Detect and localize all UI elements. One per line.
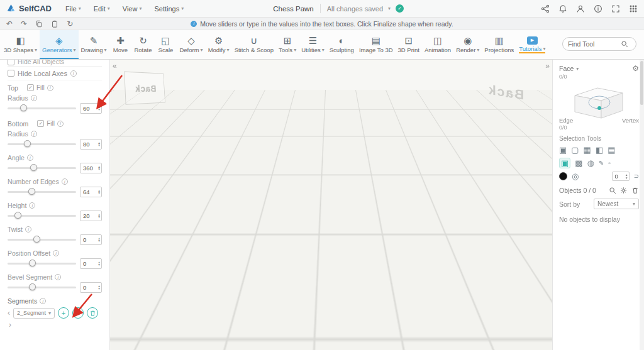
tool-3d-shapes[interactable]: ◧3D Shapes▾ xyxy=(1,30,40,59)
face-mode-select[interactable]: Face▾ xyxy=(559,65,579,72)
next-step-button[interactable]: › Next Step xyxy=(254,319,286,333)
orientation-cube[interactable] xyxy=(562,82,636,121)
slider-thumb[interactable] xyxy=(14,212,21,219)
user-icon[interactable] xyxy=(576,4,585,13)
slider-thumb[interactable] xyxy=(29,283,36,290)
stepper-icons[interactable]: ▴▾ xyxy=(98,141,100,147)
height-slider[interactable] xyxy=(8,210,76,221)
bell-icon[interactable] xyxy=(558,4,567,13)
next-page-icon[interactable]: > xyxy=(509,286,513,293)
scrollbar-thumb[interactable] xyxy=(640,61,643,105)
segment-select[interactable]: 2_Segment▾ xyxy=(13,308,55,319)
slider-thumb[interactable] xyxy=(20,104,27,111)
tool-rotate[interactable]: ↻Rotate xyxy=(131,30,154,59)
axis-gizmo[interactable]: Y X Z xyxy=(511,246,547,278)
stepper-icons[interactable]: ▴▾ xyxy=(98,106,100,111)
cube-dotted-icon[interactable]: ▩ xyxy=(575,158,582,168)
hide-local-axes-checkbox[interactable] xyxy=(8,70,14,77)
load-file-button[interactable]: Load file i xyxy=(254,287,286,301)
hide-local-axes-row[interactable]: Hide Local Axes i xyxy=(8,67,102,80)
menu-file[interactable]: File▾ xyxy=(60,5,86,13)
collapse-left-panel-icon[interactable]: « xyxy=(113,62,117,70)
stepper-icons[interactable]: ▴▾ xyxy=(98,165,100,171)
edge-group[interactable]: Edge0/0 xyxy=(559,117,573,131)
prev-page-icon[interactable]: < xyxy=(488,286,492,293)
radius-bottom-input[interactable]: 80▴▾ xyxy=(80,139,102,150)
delete-segment-button[interactable] xyxy=(87,307,98,319)
top-fill-checkbox-row[interactable]: ✓Filli xyxy=(27,84,53,91)
scrollbar[interactable] xyxy=(640,60,644,350)
add-segment-button[interactable]: + xyxy=(58,307,69,319)
tool-image-to-3d[interactable]: ▤Image To 3D xyxy=(357,30,396,59)
cube-solid-icon[interactable]: ▣ xyxy=(559,145,567,155)
text-object-back-box[interactable]: Back xyxy=(124,72,165,105)
sphere-grid-icon[interactable]: ◍ xyxy=(587,158,594,168)
edges-input[interactable]: 64▴▾ xyxy=(80,187,102,197)
tool-animation[interactable]: ◫Animation xyxy=(422,30,453,59)
gear-plus-icon[interactable] xyxy=(620,187,628,194)
stepper-icons[interactable]: ▴▾ xyxy=(98,285,100,290)
fill-checkbox[interactable]: ✓ xyxy=(27,84,34,91)
bevel-segment-slider[interactable] xyxy=(8,282,76,293)
description-input[interactable] xyxy=(428,324,482,332)
clipboard-icon[interactable] xyxy=(51,20,58,28)
search-icon[interactable] xyxy=(621,40,628,48)
stepper-icons[interactable]: ▴▾ xyxy=(98,237,100,243)
cube-wire-icon[interactable]: ▢ xyxy=(571,145,579,155)
hide-all-objects-row[interactable]: Hide All Objects xyxy=(8,60,102,67)
first-page-icon[interactable]: |< xyxy=(480,286,485,293)
gear-icon[interactable]: ⚙ xyxy=(632,64,639,73)
tool-utilities[interactable]: ☰Utilities▾ xyxy=(299,30,327,59)
tool-scale[interactable]: ◱Scale xyxy=(154,30,177,59)
pencil-icon[interactable]: ✎ xyxy=(599,160,604,167)
reset-segment-button[interactable]: ↻ xyxy=(72,307,84,319)
app-logo[interactable]: SelfCAD xyxy=(6,4,52,13)
vertex-label[interactable]: Vertex xyxy=(622,117,639,131)
sort-select[interactable]: Newest▾ xyxy=(594,199,639,209)
tool-deform[interactable]: ◇Deform▾ xyxy=(177,30,205,59)
redo-icon[interactable]: ↷ xyxy=(21,19,27,28)
menu-settings[interactable]: Settings▾ xyxy=(149,5,189,13)
action-input[interactable] xyxy=(298,297,405,309)
radius-top-slider[interactable] xyxy=(8,102,76,114)
tool-modify[interactable]: ⚙Modify▾ xyxy=(206,30,232,59)
project-name[interactable]: Chess Pawn xyxy=(273,5,314,13)
collapse-right-panel-icon[interactable]: » xyxy=(545,62,550,70)
menu-edit[interactable]: Edit▾ xyxy=(89,5,115,13)
box-icon[interactable]: ▫ xyxy=(608,160,611,167)
tool-projections[interactable]: ▥Projections xyxy=(482,30,516,59)
target-icon[interactable]: ◎ xyxy=(572,172,579,181)
tool-tools[interactable]: ⊞Tools▾ xyxy=(276,30,299,59)
edges-slider[interactable] xyxy=(8,186,76,197)
slider-thumb[interactable] xyxy=(24,140,31,147)
tool-move[interactable]: ✚Move xyxy=(109,30,131,59)
position-offset-slider[interactable] xyxy=(8,258,76,269)
apps-grid-icon[interactable] xyxy=(629,4,638,13)
twist-slider[interactable] xyxy=(8,234,76,245)
info-icon[interactable] xyxy=(594,4,602,13)
cube-select-icon[interactable]: ▣ xyxy=(559,158,570,168)
radius-top-input[interactable]: 60▴▾ xyxy=(80,103,102,114)
tool-3d-print[interactable]: ⊡3D Print xyxy=(396,30,422,59)
tool-tutorials[interactable]: ▶Tutorials▾ xyxy=(516,30,548,59)
hide-all-objects-checkbox[interactable] xyxy=(8,60,14,65)
slider-thumb[interactable] xyxy=(33,236,40,243)
tool-render[interactable]: ◉Render▾ xyxy=(453,30,482,59)
menu-view[interactable]: View▾ xyxy=(118,5,147,13)
undo-icon[interactable]: ↶ xyxy=(6,19,13,28)
slider-thumb[interactable] xyxy=(28,188,35,195)
face-select-icon[interactable]: ◧ xyxy=(596,145,603,155)
position-offset-input[interactable]: 0▴▾ xyxy=(80,258,102,269)
slider-thumb[interactable] xyxy=(30,164,37,171)
bottom-fill-checkbox-row[interactable]: ✓Filli xyxy=(37,120,64,127)
refresh-icon[interactable]: ↻ xyxy=(67,19,73,28)
fullscreen-icon[interactable] xyxy=(611,4,620,13)
stepper-icons[interactable]: ▴▾ xyxy=(98,213,100,219)
stepper-icons[interactable]: ▴▾ xyxy=(626,173,628,179)
slider-thumb[interactable] xyxy=(29,260,36,266)
cube-grid-icon[interactable]: ▦ xyxy=(584,145,591,155)
trash-icon[interactable] xyxy=(631,187,639,194)
share-icon[interactable] xyxy=(541,4,550,13)
action-type-input[interactable] xyxy=(428,297,524,309)
close-icon[interactable]: ✕ xyxy=(527,285,536,294)
